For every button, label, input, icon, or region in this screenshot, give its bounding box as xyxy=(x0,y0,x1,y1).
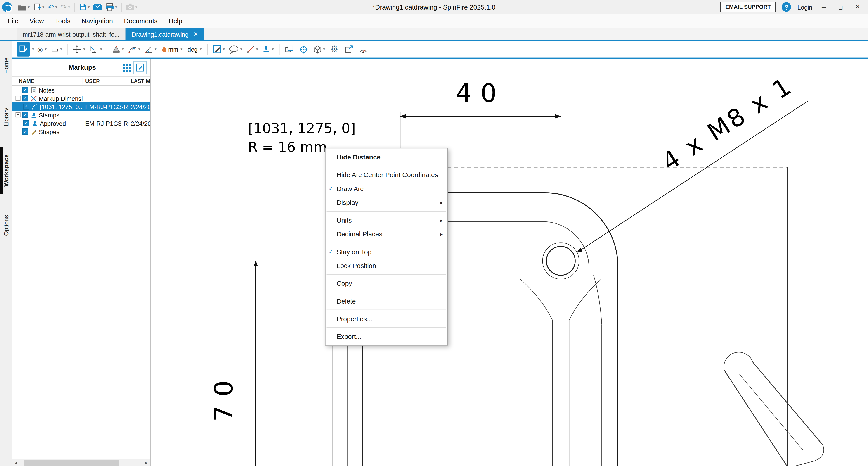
measure-radius-button[interactable]: R ▾ xyxy=(127,42,142,57)
menu-documents[interactable]: Documents xyxy=(119,17,163,25)
new-document-button[interactable]: ▾ xyxy=(31,1,46,13)
stamp-button[interactable]: ▾ xyxy=(261,42,275,57)
dropdown-caret[interactable]: ▾ xyxy=(155,47,157,52)
close-button[interactable]: ✕ xyxy=(852,3,864,11)
dropdown-caret[interactable]: ▾ xyxy=(323,47,325,52)
zoom-window-button[interactable]: ▭ ▾ xyxy=(50,42,64,57)
dropdown-caret[interactable]: ▾ xyxy=(32,47,34,52)
pop-out-button[interactable] xyxy=(342,42,355,57)
dropdown-caret[interactable]: ▾ xyxy=(44,47,46,52)
column-name[interactable]: NAME xyxy=(12,78,83,84)
checkbox-checked[interactable]: ✓ xyxy=(22,112,28,118)
view-orientation-button[interactable]: ◈ ▾ xyxy=(35,42,49,57)
scrollbar-thumb[interactable] xyxy=(24,460,119,466)
menu-help[interactable]: Help xyxy=(163,17,188,25)
units-angle-button[interactable]: deg ▾ xyxy=(185,42,203,57)
undo-button[interactable]: ↶ ▾ xyxy=(46,1,59,13)
isometric-view-button[interactable]: ▾ xyxy=(312,42,327,57)
tree-row-markup-dimensions[interactable]: − ✓ Markup Dimensi... xyxy=(12,94,150,103)
menu-view[interactable]: View xyxy=(24,17,49,25)
scrollbar-track[interactable] xyxy=(20,459,143,466)
menu-item-delete[interactable]: Delete xyxy=(326,294,447,308)
checkbox-checked[interactable]: ✓ xyxy=(22,95,28,101)
collapse-expander[interactable]: − xyxy=(16,96,21,101)
print-button[interactable]: ▾ xyxy=(103,1,119,13)
minimize-button[interactable]: ─ xyxy=(818,4,829,10)
checkbox-checked[interactable]: ✓ xyxy=(22,87,28,93)
tree-row-notes[interactable]: ✓ Notes xyxy=(12,86,150,94)
menu-item-lock-position[interactable]: Lock Position xyxy=(326,259,447,272)
dropdown-caret[interactable]: ▾ xyxy=(256,47,258,52)
menu-item-units[interactable]: Units ▸ xyxy=(326,213,447,227)
measure-screen-button[interactable]: ▾ xyxy=(88,42,104,57)
menu-item-export[interactable]: Export... xyxy=(326,329,447,343)
menu-item-hide-arc-center-point-coordinates[interactable]: Hide Arc Center Point Coordinates xyxy=(326,168,447,182)
dropdown-caret[interactable]: ▾ xyxy=(135,5,137,9)
dropdown-caret[interactable]: ▾ xyxy=(240,47,242,52)
menu-item-stay-on-top[interactable]: ✓ Stay on Top xyxy=(326,245,447,259)
sidebar-item-options[interactable]: Options xyxy=(0,206,12,245)
grid-view-button[interactable] xyxy=(120,61,133,74)
markup-line-button[interactable]: ▾ xyxy=(245,42,260,57)
scroll-left-arrow[interactable]: ◄ xyxy=(12,461,20,464)
width-dimension-text[interactable]: 40 xyxy=(455,78,505,108)
checkbox-checked[interactable]: ✓ xyxy=(23,104,29,110)
scroll-right-arrow[interactable]: ► xyxy=(143,461,150,464)
menu-item-draw-arc[interactable]: ✓ Draw Arc xyxy=(326,182,447,196)
snapshot-button[interactable]: ▾ xyxy=(124,1,139,13)
panel-horizontal-scrollbar[interactable]: ◄ ► xyxy=(12,459,150,466)
menu-navigation[interactable]: Navigation xyxy=(76,17,119,25)
thread-note-text[interactable]: 4 x M8 x 1 xyxy=(657,71,798,176)
redo-button[interactable]: ↷ ▾ xyxy=(59,1,72,13)
dropdown-caret[interactable]: ▾ xyxy=(28,5,30,9)
dropdown-caret[interactable]: ▾ xyxy=(115,5,117,9)
checkbox-checked[interactable]: ✓ xyxy=(22,128,28,135)
center-view-button[interactable] xyxy=(297,42,310,57)
arc-radius-text[interactable]: R = 16 mm xyxy=(248,139,327,155)
markup-callout-button[interactable]: ▾ xyxy=(227,42,244,57)
sidebar-item-workspace[interactable]: Workspace xyxy=(0,147,12,194)
sidebar-item-home[interactable]: Home xyxy=(0,48,12,83)
menu-file[interactable]: File xyxy=(2,17,24,25)
menu-item-display[interactable]: Display ▸ xyxy=(326,196,447,209)
markup-select-tool-button[interactable] xyxy=(17,42,30,57)
checkbox-checked[interactable]: ✓ xyxy=(23,120,29,126)
tree-row-shapes[interactable]: ✓ Shapes xyxy=(12,127,150,136)
edit-markup-button[interactable] xyxy=(133,61,147,74)
height-dimension-text[interactable]: 70 xyxy=(209,372,239,422)
measure-angle-button[interactable]: ▾ xyxy=(143,42,158,57)
dropdown-caret[interactable]: ▾ xyxy=(83,47,85,52)
dropdown-caret[interactable]: ▾ xyxy=(138,47,141,52)
dropdown-caret[interactable]: ▾ xyxy=(68,5,70,9)
tree-row-arc-markup-selected[interactable]: ✓ [1031, 1275, 0... EM-RJ-P1G3-R91... 2/… xyxy=(12,103,150,111)
measure-select-button[interactable]: ▾ xyxy=(71,42,87,57)
settings-button[interactable]: ⚙ xyxy=(328,42,341,57)
dropdown-caret[interactable]: ▾ xyxy=(60,47,62,52)
performance-gauge-button[interactable] xyxy=(356,42,370,57)
document-tab-active[interactable]: Drawing1.catdrawing ✕ xyxy=(125,28,204,40)
drawing-canvas[interactable]: 40 70 4 x M8 x 1 [1031, 1275, 0] xyxy=(151,59,868,466)
email-button[interactable] xyxy=(91,1,103,13)
save-button[interactable]: ▾ xyxy=(76,1,91,13)
viewport-layout-button[interactable] xyxy=(283,42,296,57)
dropdown-caret[interactable]: ▾ xyxy=(122,47,124,52)
column-user[interactable]: USER xyxy=(83,78,128,84)
menu-item-properties[interactable]: Properties... xyxy=(326,312,447,325)
measure-cone-button[interactable]: ▾ xyxy=(111,42,125,57)
dropdown-caret[interactable]: ▾ xyxy=(42,5,44,9)
markup-draw-button[interactable]: ▾ xyxy=(211,42,226,57)
login-button[interactable]: Login xyxy=(798,4,812,10)
tree-row-stamps[interactable]: − ✓ Stamps xyxy=(12,111,150,119)
units-length-button[interactable]: mm ▾ xyxy=(159,42,184,57)
dropdown-caret[interactable]: ▾ xyxy=(272,47,274,52)
collapse-expander[interactable]: − xyxy=(16,112,21,117)
open-file-button[interactable]: ▾ xyxy=(16,1,31,13)
dropdown-caret[interactable]: ▾ xyxy=(88,5,90,9)
dropdown-caret[interactable]: ▾ xyxy=(200,47,202,52)
dropdown-caret[interactable]: ▾ xyxy=(55,5,57,9)
menu-item-hide-distance[interactable]: Hide Distance xyxy=(326,150,447,164)
restore-button[interactable]: □ xyxy=(835,4,846,10)
dropdown-caret[interactable]: ▾ xyxy=(223,47,225,52)
arc-center-coordinates-text[interactable]: [1031, 1275, 0] xyxy=(248,120,355,136)
email-support-button[interactable]: EMAIL SUPPORT xyxy=(720,2,776,12)
